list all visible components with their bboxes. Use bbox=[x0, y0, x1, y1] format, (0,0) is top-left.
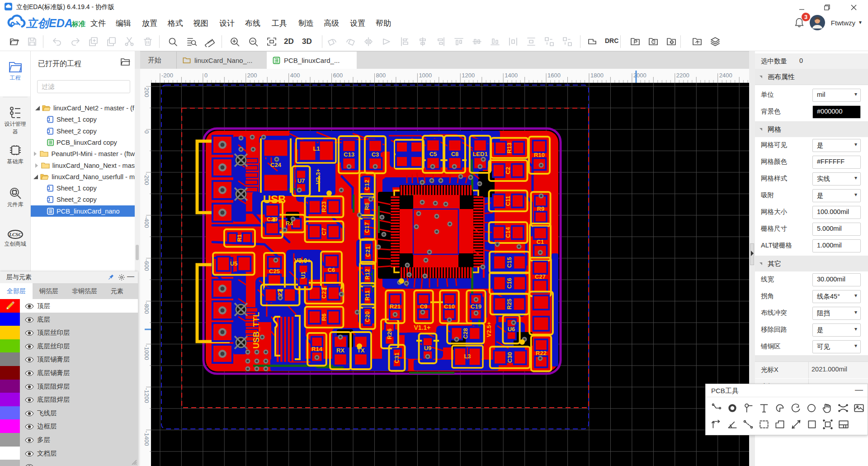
svg-text:400: 400 bbox=[290, 72, 300, 79]
svg-text:V3.0+: V3.0+ bbox=[294, 257, 311, 264]
svg-text:R12: R12 bbox=[364, 269, 371, 280]
svg-text:-800: -800 bbox=[143, 302, 150, 314]
svg-text:0: 0 bbox=[143, 130, 150, 133]
svg-text:R10: R10 bbox=[534, 152, 545, 158]
svg-text:U6: U6 bbox=[508, 326, 515, 333]
svg-text:2400: 2400 bbox=[719, 72, 732, 79]
svg-text:-1200: -1200 bbox=[143, 388, 150, 403]
svg-text:C12: C12 bbox=[363, 180, 370, 190]
svg-text:C17: C17 bbox=[363, 222, 370, 233]
svg-text:C19: C19 bbox=[471, 303, 481, 310]
svg-text:LED1: LED1 bbox=[472, 151, 487, 157]
svg-text:C29: C29 bbox=[267, 216, 278, 223]
svg-text:800: 800 bbox=[376, 72, 386, 79]
svg-text:C8: C8 bbox=[451, 151, 459, 157]
svg-text:2200: 2200 bbox=[676, 72, 689, 79]
svg-text:L1: L1 bbox=[313, 145, 320, 152]
svg-text:LCSC: LCSC bbox=[9, 232, 22, 237]
svg-text:2000: 2000 bbox=[633, 72, 646, 79]
svg-text:C28: C28 bbox=[462, 328, 469, 339]
svg-text:USB: USB bbox=[263, 193, 286, 205]
svg-text:R9: R9 bbox=[537, 205, 545, 212]
svg-text:C1: C1 bbox=[537, 238, 544, 245]
svg-text:C24: C24 bbox=[270, 162, 282, 168]
svg-text:C25: C25 bbox=[269, 268, 280, 275]
svg-text:C5: C5 bbox=[429, 151, 437, 157]
svg-text:C23: C23 bbox=[321, 288, 327, 299]
svg-text:R22: R22 bbox=[536, 350, 547, 357]
svg-text:V3.3+: V3.3+ bbox=[315, 168, 321, 184]
svg-text:C15: C15 bbox=[506, 257, 513, 268]
svg-text:-400: -400 bbox=[143, 216, 150, 228]
svg-text:R26: R26 bbox=[386, 328, 393, 339]
svg-text:R6: R6 bbox=[321, 314, 327, 321]
svg-text:C10: C10 bbox=[444, 303, 455, 310]
svg-text:U1: U1 bbox=[300, 271, 307, 279]
svg-text:U9: U9 bbox=[424, 345, 432, 352]
svg-text:L3: L3 bbox=[464, 353, 471, 360]
svg-text:U7: U7 bbox=[297, 177, 305, 184]
svg-text:-600: -600 bbox=[143, 259, 150, 271]
svg-text:-200: -200 bbox=[143, 173, 150, 185]
svg-text:C20: C20 bbox=[364, 311, 371, 322]
svg-text:USB_TTL: USB_TTL bbox=[252, 312, 261, 348]
svg-text:RX: RX bbox=[336, 347, 344, 354]
svg-text:1000: 1000 bbox=[419, 72, 432, 79]
svg-text:R13: R13 bbox=[506, 143, 513, 153]
svg-text:R8: R8 bbox=[363, 203, 370, 210]
svg-text:C9: C9 bbox=[420, 303, 428, 310]
svg-text:1600: 1600 bbox=[547, 72, 561, 79]
svg-text:C16: C16 bbox=[506, 278, 513, 289]
svg-text:C3: C3 bbox=[372, 151, 379, 158]
svg-text:1200: 1200 bbox=[462, 72, 475, 79]
svg-text:C27: C27 bbox=[535, 273, 546, 280]
svg-text:200: 200 bbox=[143, 87, 150, 97]
svg-text:0: 0 bbox=[204, 72, 208, 79]
svg-text:C31: C31 bbox=[393, 352, 400, 363]
svg-text:C6: C6 bbox=[328, 266, 335, 273]
svg-text:-200: -200 bbox=[161, 72, 173, 79]
svg-text:R14: R14 bbox=[311, 346, 323, 352]
svg-text:R23: R23 bbox=[321, 201, 327, 212]
svg-text:R25: R25 bbox=[506, 299, 513, 309]
svg-text:U5: U5 bbox=[230, 260, 238, 267]
svg-text:600: 600 bbox=[333, 72, 343, 79]
svg-text:R1: R1 bbox=[236, 234, 243, 242]
svg-text:C13: C13 bbox=[344, 151, 354, 158]
svg-text:C21: C21 bbox=[364, 246, 371, 257]
svg-text:1800: 1800 bbox=[590, 72, 604, 79]
svg-text:C30: C30 bbox=[506, 352, 513, 363]
svg-text:C11: C11 bbox=[505, 195, 511, 206]
svg-text:R21: R21 bbox=[390, 303, 401, 310]
svg-text:C2: C2 bbox=[505, 167, 511, 175]
svg-text:C7: C7 bbox=[321, 228, 327, 236]
svg-text:C14: C14 bbox=[505, 227, 511, 238]
svg-text:V2.5+: V2.5+ bbox=[486, 321, 492, 337]
svg-text:R11: R11 bbox=[364, 290, 371, 300]
svg-text:V1.1+: V1.1+ bbox=[414, 324, 431, 331]
svg-text:-1400: -1400 bbox=[143, 431, 150, 446]
svg-text:200: 200 bbox=[247, 72, 257, 79]
svg-text:-1000: -1000 bbox=[143, 345, 150, 360]
svg-text:1400: 1400 bbox=[505, 72, 518, 79]
